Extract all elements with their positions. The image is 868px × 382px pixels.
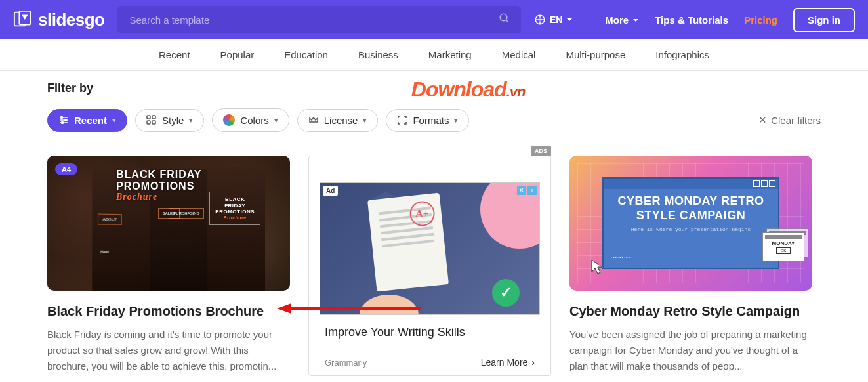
ad-controls: ✕ i [517,186,537,195]
cursor-icon [589,257,609,280]
filter-row: Recent ▾ Style ▾ Colors ▾ License ▾ Form… [47,108,821,132]
nav-education[interactable]: Education [284,49,328,60]
ad-headline: Improve Your Writing Skills [320,315,540,349]
retro-window: CYBER MONDAY RETRO STYLE CAMPAIGN Here i… [602,177,779,269]
ad-info-icon[interactable]: i [527,186,537,195]
more-button[interactable]: More [605,14,639,26]
logo-text: slidesgo [38,10,104,30]
search-input[interactable] [117,6,520,33]
ad-frame[interactable]: Ad ✕ i A+ ✓ Improve Your Writing Ski [308,156,551,376]
search-wrap [117,6,520,33]
grade-badge: A+ [409,201,435,226]
chevron-down-icon: ▾ [274,116,278,125]
cards-grid: A4 BLACK FRIDAY PROMOTIONS Brochure ABOU… [47,156,821,376]
content-area: Filter by Recent ▾ Style ▾ Colors ▾ Lice… [0,71,868,382]
nav-recent[interactable]: Recent [159,49,190,60]
tips-link[interactable]: Tips & Tutorials [655,14,728,26]
fullscreen-icon [397,115,407,125]
thumb-heading: BLACK FRIDAY PROMOTIONS Brochure [116,169,202,202]
card-thumbnail: CYBER MONDAY RETRO STYLE CAMPAIGN Here i… [569,156,812,291]
logo-link[interactable]: slidesgo [13,10,104,30]
svg-rect-11 [147,116,150,119]
card-thumbnail: A4 BLACK FRIDAY PROMOTIONS Brochure ABOU… [47,156,290,291]
card-description: You've been assigned the job of preparin… [569,327,812,374]
nav-business[interactable]: Business [358,49,398,60]
ad-creative: Ad ✕ i A+ ✓ [320,182,540,315]
svg-rect-13 [147,121,150,124]
card-title: Black Friday Promotions Brochure [47,304,290,319]
chevron-right-icon: › [531,357,535,368]
ad-chip: Ad [323,186,338,196]
svg-point-8 [61,117,63,119]
card-title: Cyber Monday Retro Style Campaign [569,304,812,319]
globe-icon [534,14,546,26]
thumb-mini-heading: BLACK FRIDAY PROMOTIONS Brochure [209,192,260,225]
nav-infographics[interactable]: Infographics [655,49,709,60]
filter-by-label: Filter by [47,81,821,95]
lang-label: EN [550,14,562,25]
ads-badge: ADS [531,146,551,156]
filter-recent-pill[interactable]: Recent ▾ [47,109,127,132]
divider [589,11,589,29]
chevron-down-icon [632,14,639,26]
logo-icon [13,11,33,29]
svg-point-9 [65,119,67,121]
search-icon[interactable] [499,12,510,27]
svg-rect-12 [152,116,155,119]
close-icon: ✕ [758,114,767,126]
nav-multi-purpose[interactable]: Multi-purpose [566,49,625,60]
svg-point-10 [62,122,64,124]
grid-icon [146,115,157,125]
top-header: slidesgo EN More Tips & Tutorials Pricin… [0,0,868,39]
filter-license-pill[interactable]: License ▾ [297,109,379,132]
chevron-down-icon: ▾ [454,116,458,125]
chevron-down-icon [566,14,573,25]
checkmark-icon: ✓ [492,279,520,307]
pricing-link[interactable]: Pricing [744,14,777,26]
svg-point-2 [500,14,507,21]
a4-badge: A4 [55,163,77,175]
card-description: Black Friday is coming and it's time to … [47,327,290,374]
clear-filters-button[interactable]: ✕ Clear filters [758,114,821,126]
nav-medical[interactable]: Medical [502,49,536,60]
more-label: More [605,14,629,26]
paper-icon: A+ [367,193,449,292]
chevron-down-icon: ▾ [112,116,116,125]
template-card-black-friday[interactable]: A4 BLACK FRIDAY PROMOTIONS Brochure ABOU… [47,156,290,376]
ad-close-icon[interactable]: ✕ [517,186,526,195]
ad-card: ADS Ad ✕ i A+ ✓ [308,156,551,376]
retro-heading: CYBER MONDAY RETRO STYLE CAMPAIGN [614,194,768,223]
filter-style-pill[interactable]: Style ▾ [135,109,204,132]
filter-formats-pill[interactable]: Formats ▾ [386,109,469,132]
chevron-down-icon: ▾ [189,116,193,125]
language-button[interactable]: EN [534,14,573,26]
ad-brand: Grammarly [325,358,367,368]
template-card-cyber-monday[interactable]: CYBER MONDAY RETRO STYLE CAMPAIGN Here i… [569,156,812,376]
filter-colors-pill[interactable]: Colors ▾ [212,108,289,132]
crown-icon [308,115,319,125]
svg-line-3 [506,20,508,22]
nav-popular[interactable]: Popular [220,49,255,60]
retro-subtitle: Here is where your presentation begins [614,226,768,232]
color-wheel-icon [223,114,235,126]
chevron-down-icon: ▾ [363,116,367,125]
ad-cta-button[interactable]: Learn More › [481,357,535,368]
category-nav: Recent Popular Education Business Market… [0,39,868,71]
sliders-icon [58,115,69,125]
svg-rect-14 [152,121,155,124]
nav-marketing[interactable]: Marketing [428,49,472,60]
signin-button[interactable]: Sign in [793,8,855,32]
header-right: EN More Tips & Tutorials Pricing Sign in [534,8,855,32]
